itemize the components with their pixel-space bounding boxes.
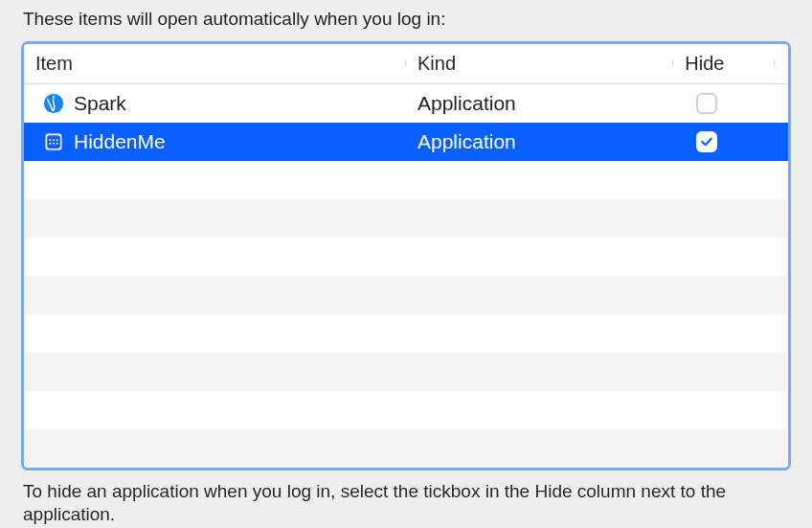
svg-rect-3 (47, 135, 60, 149)
svg-point-4 (49, 139, 51, 141)
table-row[interactable] (24, 353, 788, 391)
table-row[interactable] (24, 238, 788, 276)
table-row[interactable] (24, 429, 788, 468)
login-items-table: Item Kind Hide Spark Application (21, 41, 791, 471)
table-row[interactable] (24, 314, 788, 353)
hide-checkbox[interactable] (696, 93, 717, 114)
table-row[interactable]: Spark Application (24, 84, 788, 123)
app-name: HiddenMe (74, 128, 166, 154)
table-row[interactable] (24, 391, 788, 429)
login-items-table-header: Item Kind Hide (24, 44, 788, 84)
hiddenme-icon (43, 131, 64, 152)
column-header-kind[interactable]: Kind (406, 51, 673, 76)
login-items-table-body: Spark Application (24, 84, 788, 468)
hide-checkbox[interactable] (696, 131, 717, 152)
svg-point-9 (56, 142, 58, 144)
svg-point-5 (53, 139, 55, 141)
login-items-heading: These items will open automatically when… (21, 0, 791, 41)
column-header-hide[interactable]: Hide (673, 51, 788, 76)
svg-point-7 (49, 142, 51, 144)
table-row[interactable] (24, 199, 788, 238)
app-kind: Application (406, 128, 673, 154)
column-header-item[interactable]: Item (24, 51, 406, 76)
login-items-footer-hint: To hide an application when you log in, … (21, 471, 791, 527)
table-row[interactable]: HiddenMe Application (24, 123, 788, 161)
svg-point-6 (56, 139, 58, 141)
table-row[interactable] (24, 161, 788, 199)
svg-point-8 (53, 142, 55, 144)
app-name: Spark (74, 90, 126, 116)
table-row[interactable] (24, 276, 788, 314)
app-kind: Application (406, 90, 673, 116)
spark-icon (43, 93, 64, 114)
